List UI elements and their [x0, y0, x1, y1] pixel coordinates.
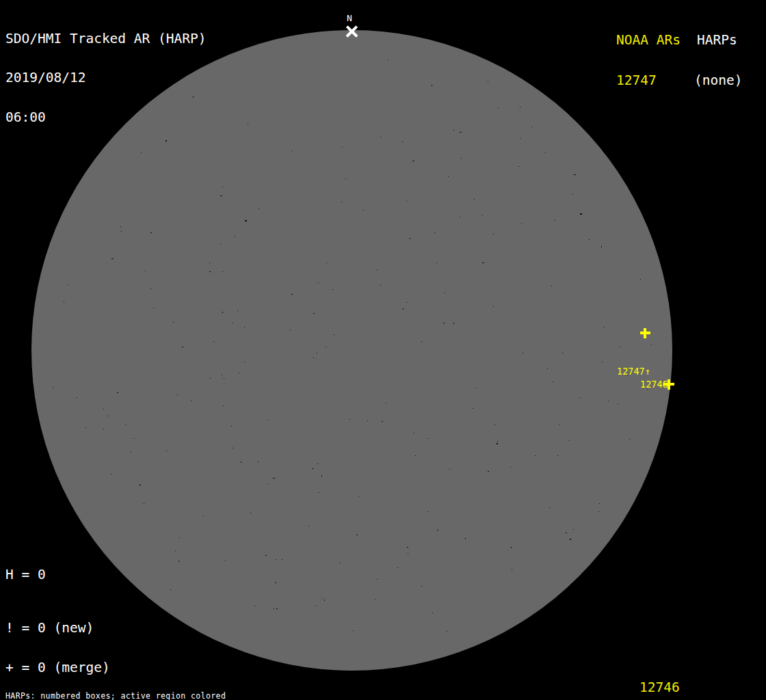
magnetogram-speckle	[551, 286, 552, 286]
magnetogram-speckle	[85, 427, 86, 428]
magnetogram-speckle	[276, 608, 278, 609]
magnetogram-speckle	[494, 425, 495, 425]
title-block: SDO/HMI Tracked AR (HARP) 2019/08/12 06:…	[5, 5, 207, 137]
magnetogram-speckle	[475, 388, 476, 388]
magnetogram-speckle	[532, 126, 533, 127]
magnetogram-speckle	[134, 438, 135, 439]
magnetogram-speckle	[572, 194, 573, 195]
harps-block: HARPs (none)	[694, 6, 742, 101]
magnetogram-speckle	[290, 329, 291, 330]
magnetogram-speckle	[235, 237, 235, 237]
magnetogram-speckle	[312, 468, 313, 469]
magnetogram-speckle	[608, 401, 609, 401]
magnetogram-speckle	[342, 147, 343, 148]
magnetogram-speckle	[453, 130, 454, 131]
magnetogram-speckle	[414, 433, 414, 433]
noaa-ars-block: NOAA ARs 12747	[616, 6, 681, 101]
magnetogram-speckle	[573, 529, 574, 530]
legend-item-new: ! = 0 (new)	[5, 621, 158, 634]
magnetogram-speckle	[388, 59, 388, 60]
magnetogram-speckle	[562, 353, 563, 353]
magnetogram-speckle	[125, 424, 126, 425]
magnetogram-speckle	[377, 269, 378, 270]
magnetogram-speckle	[473, 408, 473, 409]
magnetogram-speckle	[224, 378, 224, 379]
magnetogram-speckle	[380, 137, 381, 137]
magnetogram-speckle	[432, 612, 433, 613]
magnetogram-speckle	[244, 327, 245, 327]
magnetogram-speckle	[139, 485, 141, 485]
magnetogram-speckle	[341, 202, 342, 202]
magnetogram-speckle	[222, 375, 222, 375]
magnetogram-speckle	[265, 555, 267, 556]
magnetogram-speckle	[275, 582, 276, 583]
magnetogram-speckle	[432, 85, 432, 86]
magnetogram-speckle	[448, 176, 449, 177]
magnetogram-speckle	[223, 405, 224, 406]
magnetogram-speckle	[521, 224, 522, 224]
magnetogram-speckle	[103, 429, 104, 429]
magnetogram-speckle	[482, 262, 484, 263]
magnetogram-speckle	[144, 503, 144, 504]
magnetogram-speckle	[334, 334, 334, 335]
magnetogram-speckle	[566, 533, 567, 533]
magnetogram-speckle	[317, 353, 317, 353]
magnetogram-speckle	[547, 368, 548, 369]
magnetogram-speckle	[356, 535, 358, 535]
magnetogram-speckle	[222, 271, 223, 272]
noaa-ar-12747-label: 12747↑	[617, 367, 650, 377]
magnetogram-speckle	[651, 345, 652, 345]
magnetogram-speckle	[512, 569, 512, 570]
magnetogram-speckle	[397, 567, 398, 568]
magnetogram-speckle	[231, 426, 232, 427]
magnetogram-speckle	[498, 107, 499, 108]
magnetogram-speckle	[282, 559, 282, 560]
magnetogram-speckle	[375, 600, 376, 600]
magnetogram-speckle	[518, 166, 519, 167]
magnetogram-speckle	[412, 161, 414, 161]
magnetogram-speckle	[601, 246, 602, 247]
magnetogram-speckle	[449, 469, 450, 470]
magnetogram-speckle	[316, 606, 317, 606]
magnetogram-speckle	[276, 559, 276, 560]
magnetogram-speckle	[233, 448, 233, 448]
magnetogram-speckle	[77, 397, 77, 398]
magnetogram-speckle	[557, 455, 558, 456]
magnetogram-speckle	[427, 438, 428, 439]
magnetogram-speckle	[443, 323, 445, 323]
magnetogram-speckle	[421, 341, 422, 342]
magnetogram-speckle	[497, 441, 498, 442]
magnetogram-speckle	[559, 425, 560, 425]
magnetogram-speckle	[488, 471, 489, 472]
magnetogram-speckle	[408, 553, 408, 554]
magnetogram-speckle	[53, 387, 53, 388]
magnetogram-speckle	[210, 378, 211, 379]
legend-harp-count: H = 0	[5, 568, 46, 581]
magnetogram-speckle	[406, 201, 407, 202]
magnetogram-speckle	[574, 174, 576, 175]
magnetogram-speckle	[150, 288, 151, 289]
magnetogram-speckle	[349, 419, 350, 420]
magnetogram-speckle	[460, 132, 462, 133]
magnetogram-speckle	[267, 484, 268, 485]
magnetogram-speckle	[182, 347, 183, 347]
magnetogram-speckle	[258, 461, 259, 462]
cross-bar	[644, 328, 647, 338]
magnetogram-speckle	[421, 586, 422, 587]
footer-note-harps: HARPs: numbered boxes; active region col…	[5, 692, 296, 700]
magnetogram-speckle	[203, 515, 204, 516]
magnetogram-speckle	[497, 443, 498, 444]
magnetogram-speckle	[427, 511, 428, 512]
magnetogram-speckle	[482, 215, 483, 216]
magnetogram-speckle	[248, 123, 248, 124]
magnetogram-speckle	[213, 341, 214, 342]
magnetogram-speckle	[141, 152, 142, 152]
magnetogram-speckle	[291, 294, 293, 295]
magnetogram-speckle	[549, 507, 550, 508]
magnetogram-speckle	[602, 362, 603, 362]
magnetogram-speckle	[267, 420, 268, 420]
magnetogram-speckle	[460, 217, 460, 217]
magnetogram-speckle	[367, 420, 368, 421]
magnetogram-speckle	[345, 178, 346, 179]
magnetogram-speckle	[209, 262, 210, 263]
